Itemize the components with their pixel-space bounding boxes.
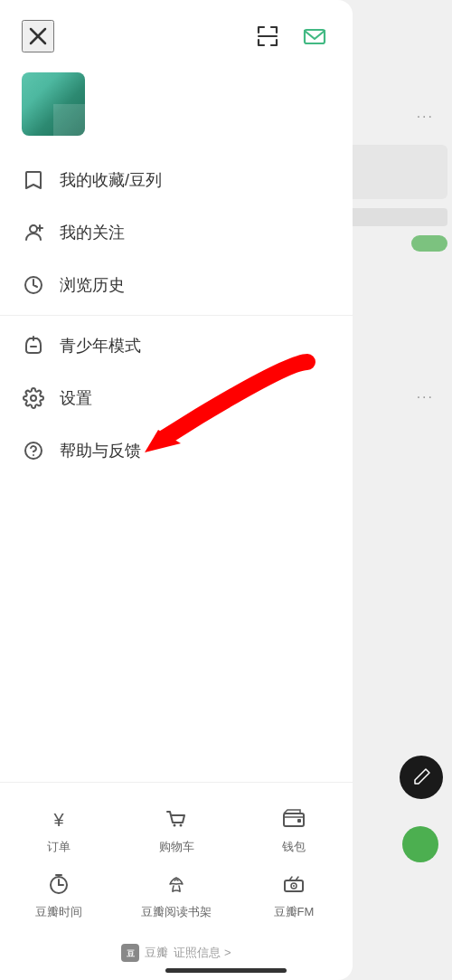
svg-point-13 bbox=[174, 824, 176, 827]
teen-mode-label: 青少年模式 bbox=[60, 335, 141, 357]
scan-button[interactable] bbox=[251, 20, 284, 52]
follow-icon bbox=[22, 221, 45, 244]
svg-text:豆: 豆 bbox=[127, 949, 135, 958]
scan-icon bbox=[255, 24, 280, 49]
drawer-header bbox=[0, 0, 353, 63]
bottom-item-cart[interactable]: 购物车 bbox=[118, 797, 235, 862]
green-indicator bbox=[402, 826, 438, 862]
mail-icon bbox=[302, 24, 327, 49]
close-button[interactable] bbox=[22, 20, 54, 52]
reading-label: 豆瓣阅读书架 bbox=[141, 904, 212, 920]
settings-label: 设置 bbox=[60, 387, 92, 409]
svg-text:¥: ¥ bbox=[52, 810, 64, 830]
history-icon bbox=[22, 273, 45, 297]
menu-item-history[interactable]: 浏览历史 bbox=[0, 259, 353, 311]
bottom-item-wallet[interactable]: 钱包 bbox=[235, 797, 353, 862]
bottom-grid: ¥ 订单 购物车 bbox=[0, 783, 353, 935]
side-drawer: 我的收藏/豆列 我的关注 浏览历史 bbox=[0, 0, 353, 980]
edit-icon bbox=[411, 767, 431, 787]
menu-divider bbox=[0, 315, 353, 316]
bottom-item-orders[interactable]: ¥ 订单 bbox=[0, 797, 118, 862]
bookmark-icon bbox=[22, 168, 45, 192]
douban-time-label: 豆瓣时间 bbox=[35, 904, 82, 920]
bottom-item-reading[interactable]: 豆瓣阅读书架 bbox=[118, 862, 235, 928]
avatar[interactable] bbox=[22, 72, 85, 136]
blurred-content-2 bbox=[339, 208, 447, 226]
wallet-label: 钱包 bbox=[282, 839, 306, 855]
settings-icon bbox=[22, 386, 45, 410]
svg-rect-3 bbox=[305, 30, 325, 43]
menu-item-teen-mode[interactable]: 青少年模式 bbox=[0, 319, 353, 372]
cert-text[interactable]: 证照信息 > bbox=[174, 945, 231, 961]
header-icons bbox=[251, 20, 331, 52]
help-label: 帮助与反馈 bbox=[60, 440, 141, 461]
svg-rect-16 bbox=[297, 819, 301, 823]
bottom-item-fm[interactable]: 豆瓣FM bbox=[235, 862, 353, 928]
cart-icon bbox=[162, 804, 191, 833]
menu-item-following[interactable]: 我的关注 bbox=[0, 206, 353, 259]
reading-icon bbox=[162, 870, 191, 899]
blurred-content-1 bbox=[339, 145, 447, 199]
douban-logo: 豆 bbox=[121, 944, 139, 962]
history-label: 浏览历史 bbox=[60, 274, 125, 296]
dots-indicator-2: ··· bbox=[417, 389, 434, 405]
svg-point-11 bbox=[33, 454, 34, 456]
mail-button[interactable] bbox=[298, 20, 331, 52]
clock-icon bbox=[44, 870, 73, 899]
teen-icon bbox=[22, 334, 45, 357]
orders-icon: ¥ bbox=[44, 804, 73, 833]
menu-item-help[interactable]: 帮助与反馈 bbox=[0, 424, 353, 477]
avatar-image bbox=[22, 72, 85, 136]
svg-point-23 bbox=[293, 885, 295, 887]
favorites-label: 我的收藏/豆列 bbox=[60, 169, 162, 191]
fm-label: 豆瓣FM bbox=[274, 904, 315, 920]
svg-point-14 bbox=[180, 824, 183, 827]
orders-label: 订单 bbox=[47, 839, 71, 855]
close-icon bbox=[28, 26, 48, 46]
bottom-section: ¥ 订单 购物车 bbox=[0, 782, 353, 980]
fab-edit-button[interactable] bbox=[400, 756, 443, 799]
cart-label: 购物车 bbox=[159, 839, 194, 855]
svg-point-4 bbox=[30, 225, 37, 233]
blurred-badge bbox=[411, 235, 447, 252]
home-indicator bbox=[165, 968, 287, 973]
help-icon bbox=[22, 439, 45, 462]
wallet-icon bbox=[279, 804, 308, 833]
dots-indicator-1: ··· bbox=[417, 109, 434, 125]
drawer-footer: 豆 豆瓣 证照信息 > bbox=[0, 935, 353, 980]
menu-item-settings[interactable]: 设置 bbox=[0, 372, 353, 424]
profile-section[interactable] bbox=[0, 63, 353, 154]
fm-icon bbox=[279, 870, 308, 899]
svg-point-9 bbox=[31, 395, 36, 401]
brand-name: 豆瓣 bbox=[145, 945, 168, 961]
menu-list: 我的收藏/豆列 我的关注 浏览历史 bbox=[0, 154, 353, 782]
menu-item-favorites[interactable]: 我的收藏/豆列 bbox=[0, 154, 353, 206]
following-label: 我的关注 bbox=[60, 222, 125, 243]
bottom-item-douban-time[interactable]: 豆瓣时间 bbox=[0, 862, 118, 928]
